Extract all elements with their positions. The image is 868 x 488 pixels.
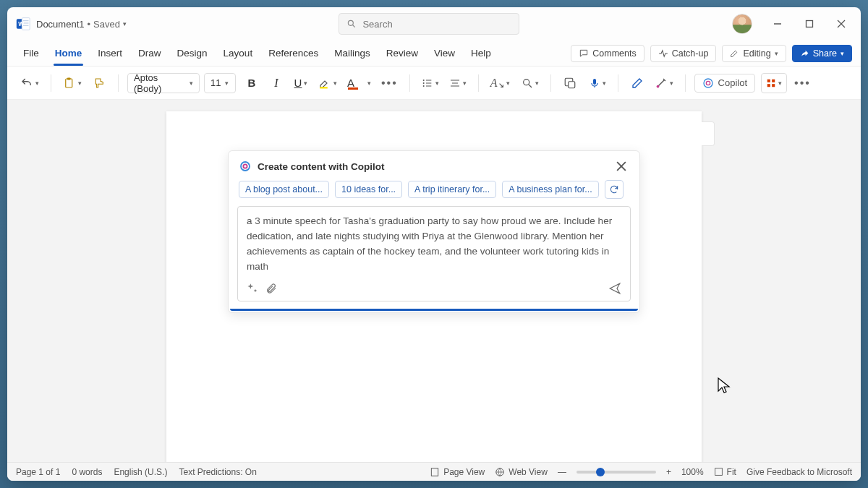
copilot-suggestion-chip[interactable]: 10 ideas for... — [335, 181, 402, 198]
svg-point-31 — [704, 79, 712, 87]
svg-line-7 — [353, 25, 355, 27]
close-button[interactable] — [827, 13, 855, 35]
document-name: Document1 — [36, 19, 84, 30]
ribbon-more-button[interactable]: ••• — [791, 73, 814, 93]
status-predictions[interactable]: Text Predictions: On — [179, 467, 256, 477]
chevron-down-icon: ▾ — [225, 80, 229, 87]
svg-line-26 — [529, 85, 532, 87]
menu-item-review[interactable]: Review — [379, 43, 425, 63]
menu-item-references[interactable]: References — [261, 43, 326, 63]
menu-item-mailings[interactable]: Mailings — [327, 43, 378, 63]
copilot-send-button[interactable] — [608, 282, 621, 295]
format-painter-button[interactable] — [89, 73, 109, 93]
grid-view-button[interactable]: ▾ — [761, 73, 787, 93]
zoom-level[interactable]: 100% — [681, 467, 704, 477]
page-view-button[interactable]: Page View — [430, 467, 485, 477]
font-color-button[interactable]: A▾ — [344, 73, 374, 93]
font-name-select[interactable]: Aptos (Body)▾ — [127, 73, 200, 93]
ribbon: ▾ ▾ Aptos (Body)▾ 11▾ B I U▾ ▾ A▾ ••• ▾ … — [7, 67, 861, 100]
chevron-down-icon: ▾ — [775, 50, 778, 57]
scroll-thumb[interactable] — [702, 121, 715, 146]
avatar[interactable] — [732, 14, 752, 34]
highlight-button[interactable]: ▾ — [315, 73, 340, 93]
bold-button[interactable]: B — [242, 73, 262, 93]
copilot-input-text[interactable]: a 3 minute speech for Tasha's graduation… — [247, 214, 621, 275]
addin-button[interactable] — [560, 73, 580, 93]
svg-point-37 — [241, 162, 250, 171]
menu-item-insert[interactable]: Insert — [90, 43, 129, 63]
paste-button[interactable]: ▾ — [60, 73, 85, 93]
sparkle-icon[interactable] — [247, 283, 258, 294]
share-icon — [800, 48, 809, 58]
chevron-down-icon: ▾ — [333, 80, 337, 87]
pulse-icon — [658, 48, 668, 59]
menu-item-design[interactable]: Design — [170, 43, 215, 63]
zoom-slider[interactable] — [576, 471, 656, 474]
copilot-icon — [239, 160, 252, 173]
catchup-button[interactable]: Catch-up — [650, 45, 717, 62]
copilot-suggestions-refresh-button[interactable] — [605, 180, 624, 199]
status-wordcount[interactable]: 0 words — [72, 467, 102, 477]
undo-button[interactable]: ▾ — [17, 73, 42, 93]
status-page[interactable]: Page 1 of 1 — [16, 467, 60, 477]
minimize-button[interactable] — [764, 13, 791, 35]
copilot-suggestion-chip[interactable]: A blog post about... — [239, 181, 329, 198]
menu-item-file[interactable]: File — [16, 43, 46, 63]
font-size-select[interactable]: 11▾ — [204, 73, 236, 93]
comments-button[interactable]: Comments — [571, 45, 644, 62]
attachment-icon[interactable] — [265, 283, 277, 294]
save-status: Saved — [93, 19, 120, 30]
search-icon — [346, 19, 357, 29]
document-canvas[interactable]: Create content with Copilot A blog post … — [7, 100, 861, 462]
svg-rect-14 — [320, 87, 328, 88]
titlebar-left: W Document1 • Saved ▾ — [13, 17, 127, 31]
comment-icon — [579, 48, 589, 59]
titlebar: W Document1 • Saved ▾ Search — [7, 7, 861, 40]
more-font-button[interactable]: ••• — [378, 73, 401, 93]
pencil-icon — [730, 48, 739, 58]
web-view-button[interactable]: Web View — [495, 467, 548, 477]
copilot-suggestion-chip[interactable]: A business plan for... — [502, 181, 598, 198]
maximize-button[interactable] — [796, 13, 823, 35]
status-language[interactable]: English (U.S.) — [114, 467, 167, 477]
align-button[interactable]: ▾ — [446, 73, 469, 93]
find-button[interactable]: ▾ — [519, 73, 542, 93]
chevron-down-icon: ▾ — [506, 80, 510, 87]
editor-button[interactable] — [627, 73, 647, 93]
editing-mode-button[interactable]: Editing ▾ — [722, 45, 786, 62]
zoom-out-button[interactable]: — — [558, 467, 566, 477]
menu-item-view[interactable]: View — [427, 43, 462, 63]
copilot-close-button[interactable] — [613, 158, 629, 174]
document-title[interactable]: Document1 • Saved ▾ — [36, 19, 127, 30]
svg-rect-9 — [807, 21, 813, 27]
copilot-icon — [702, 77, 714, 89]
search-placeholder: Search — [362, 19, 392, 30]
zoom-in-button[interactable]: + — [666, 467, 671, 477]
feedback-link[interactable]: Give Feedback to Microsoft — [746, 467, 852, 477]
italic-button[interactable]: I — [266, 73, 286, 93]
search-input[interactable]: Search — [339, 13, 519, 35]
svg-point-17 — [422, 82, 424, 84]
menu-item-layout[interactable]: Layout — [216, 43, 260, 63]
svg-rect-12 — [66, 79, 72, 87]
copilot-input-area[interactable]: a 3 minute speech for Tasha's graduation… — [237, 206, 631, 301]
menu-item-draw[interactable]: Draw — [131, 43, 169, 63]
chevron-down-icon: ▾ — [841, 50, 844, 57]
menu-item-help[interactable]: Help — [464, 43, 498, 63]
copilot-suggestion-chip[interactable]: A trip itinerary for... — [408, 181, 496, 198]
share-button[interactable]: Share ▾ — [792, 45, 852, 62]
bullets-button[interactable]: ▾ — [419, 73, 442, 93]
chevron-down-icon: ▾ — [435, 80, 439, 87]
svg-rect-41 — [431, 468, 438, 476]
svg-rect-33 — [767, 79, 770, 82]
underline-button[interactable]: U▾ — [291, 73, 311, 93]
page[interactable]: Create content with Copilot A blog post … — [166, 111, 702, 462]
fit-button[interactable]: Fit — [714, 467, 736, 477]
menu-item-home[interactable]: Home — [48, 43, 90, 63]
dictate-button[interactable]: ▾ — [586, 73, 609, 93]
copilot-button[interactable]: Copilot — [694, 74, 755, 93]
svg-rect-34 — [772, 79, 775, 82]
designer-button[interactable]: ▾ — [652, 73, 676, 93]
chevron-down-icon: ▾ — [778, 80, 782, 87]
styles-button[interactable]: A▾ — [488, 73, 513, 93]
